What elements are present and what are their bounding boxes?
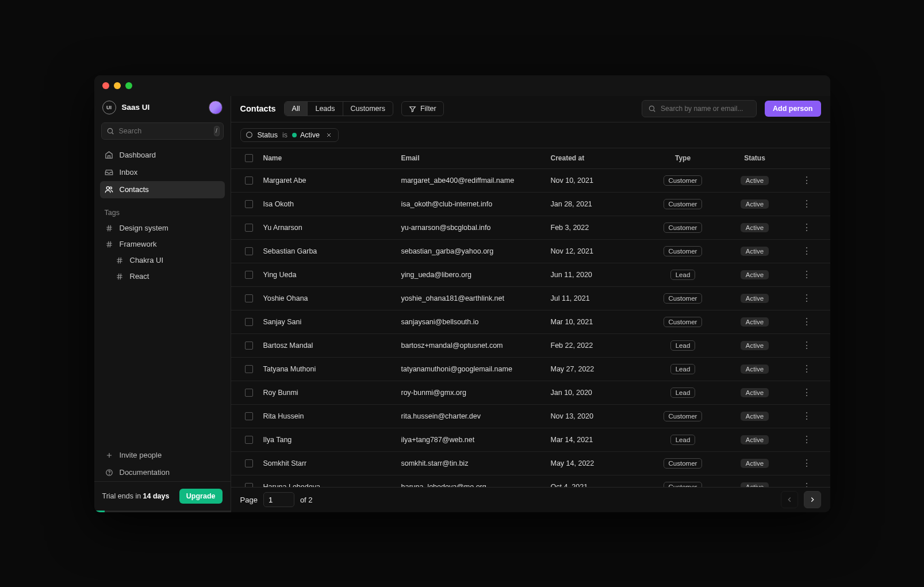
table-row[interactable]: Somkhit Starrsomkhit.starr@tin.bizMay 14… <box>231 452 830 475</box>
table-row[interactable]: Sebastian Garbasebastian_garba@yahoo.org… <box>231 240 830 263</box>
table-row[interactable]: Tatyana Muthonitatyanamuthoni@googlemail… <box>231 358 830 381</box>
upgrade-button[interactable]: Upgrade <box>179 489 223 504</box>
tab-all[interactable]: All <box>285 102 308 116</box>
sidebar-item-inbox[interactable]: Inbox <box>100 164 225 181</box>
maximize-window-button[interactable] <box>125 82 132 89</box>
column-type[interactable]: Type <box>649 154 718 162</box>
tab-customers[interactable]: Customers <box>343 102 393 116</box>
row-checkbox[interactable] <box>245 200 253 208</box>
tag-framework[interactable]: Framework <box>94 236 231 252</box>
row-actions-button[interactable]: ⋮ <box>792 245 821 256</box>
add-person-button[interactable]: Add person <box>765 101 821 117</box>
row-checkbox[interactable] <box>245 318 253 326</box>
row-checkbox[interactable] <box>245 271 253 279</box>
prev-page-button[interactable] <box>781 491 798 508</box>
row-actions-button[interactable]: ⋮ <box>792 363 821 374</box>
row-checkbox[interactable] <box>245 412 253 420</box>
row-checkbox[interactable] <box>245 224 253 232</box>
row-checkbox[interactable] <box>245 177 253 185</box>
sidebar-item-contacts[interactable]: Contacts <box>100 181 225 198</box>
user-avatar[interactable] <box>209 101 223 114</box>
cell-created: Feb 3, 2022 <box>551 224 649 232</box>
row-actions-button[interactable]: ⋮ <box>792 222 821 233</box>
trial-progress <box>94 511 231 512</box>
tag-design-system[interactable]: Design system <box>94 220 231 236</box>
column-status[interactable]: Status <box>718 154 792 162</box>
table-row[interactable]: Yu Arnarsonyu-arnarson@sbcglobal.infoFeb… <box>231 216 830 240</box>
traffic-lights <box>102 82 132 89</box>
svg-point-1 <box>106 187 109 190</box>
svg-point-0 <box>108 128 112 133</box>
row-actions-button[interactable]: ⋮ <box>792 410 821 421</box>
column-created[interactable]: Created at <box>551 154 649 162</box>
cell-created: Oct 4, 2021 <box>551 483 649 487</box>
filter-field: Status <box>258 131 278 139</box>
row-checkbox[interactable] <box>245 342 253 350</box>
table-row[interactable]: Roy Bunmiroy-bunmi@gmx.orgJan 10, 2020Le… <box>231 381 830 405</box>
table-row[interactable]: Sanjay Sanisanjaysani@bellsouth.ioMar 10… <box>231 310 830 334</box>
row-checkbox[interactable] <box>245 247 253 255</box>
sidebar-search[interactable]: / <box>101 122 224 140</box>
table-row[interactable]: Yoshie Ohanayoshie_ohana181@earthlink.ne… <box>231 287 830 310</box>
table-row[interactable]: Ilya Tangilya+tang787@web.netMar 14, 202… <box>231 428 830 452</box>
row-actions-button[interactable]: ⋮ <box>792 340 821 351</box>
page-input[interactable] <box>263 492 294 507</box>
type-badge: Customer <box>664 293 703 304</box>
row-checkbox[interactable] <box>245 365 253 373</box>
app-window: UI Saas UI / Dashboard <box>94 75 830 512</box>
type-badge: Customer <box>664 175 703 186</box>
contacts-search-input[interactable] <box>661 105 750 113</box>
tag-chakra-ui[interactable]: Chakra UI <box>94 252 231 268</box>
row-checkbox[interactable] <box>245 294 253 302</box>
row-actions-button[interactable]: ⋮ <box>792 269 821 280</box>
column-email[interactable]: Email <box>401 154 551 162</box>
row-actions-button[interactable]: ⋮ <box>792 481 821 487</box>
row-actions-button[interactable]: ⋮ <box>792 175 821 186</box>
type-badge: Customer <box>664 411 703 421</box>
inbox-icon <box>105 168 114 177</box>
contacts-table[interactable]: Name Email Created at Type Status Margar… <box>231 148 830 487</box>
contacts-search[interactable] <box>642 100 757 117</box>
tab-leads[interactable]: Leads <box>308 102 343 116</box>
row-actions-button[interactable]: ⋮ <box>792 316 821 327</box>
minimize-window-button[interactable] <box>114 82 121 89</box>
row-actions-button[interactable]: ⋮ <box>792 387 821 398</box>
row-actions-button[interactable]: ⋮ <box>792 198 821 209</box>
row-actions-button[interactable]: ⋮ <box>792 434 821 445</box>
table-row[interactable]: Ying Uedaying_ueda@libero.orgJun 11, 202… <box>231 263 830 287</box>
tag-label: Chakra UI <box>130 256 164 264</box>
sidebar-search-input[interactable] <box>119 127 209 135</box>
select-all-checkbox[interactable] <box>245 154 253 162</box>
tag-label: Framework <box>120 240 157 248</box>
cell-email: rita.hussein@charter.dev <box>401 412 551 420</box>
tag-react[interactable]: React <box>94 268 231 285</box>
invite-people-button[interactable]: Invite people <box>100 447 225 464</box>
status-badge: Active <box>741 341 769 350</box>
table-row[interactable]: Margaret Abemargaret_abe400@rediffmail.n… <box>231 169 830 193</box>
table-row[interactable]: Rita Husseinrita.hussein@charter.devNov … <box>231 405 830 428</box>
cell-email: roy-bunmi@gmx.org <box>401 389 551 397</box>
row-actions-button[interactable]: ⋮ <box>792 458 821 469</box>
row-checkbox[interactable] <box>245 389 253 397</box>
filter-button[interactable]: Filter <box>401 101 444 116</box>
row-actions-button[interactable]: ⋮ <box>792 293 821 304</box>
brand[interactable]: UI Saas UI <box>102 101 150 114</box>
status-badge: Active <box>741 199 769 209</box>
cell-email: margaret_abe400@rediffmail.name <box>401 177 551 185</box>
column-name[interactable]: Name <box>263 154 401 162</box>
documentation-link[interactable]: Documentation <box>100 464 225 481</box>
table-row[interactable]: Bartosz Mandalbartosz+mandal@optusnet.co… <box>231 334 830 358</box>
page-label: Page <box>240 496 258 504</box>
remove-filter-button[interactable] <box>324 132 333 139</box>
status-badge: Active <box>741 223 769 232</box>
filter-chip-status[interactable]: Status is Active <box>240 128 339 142</box>
sidebar-item-dashboard[interactable]: Dashboard <box>100 147 225 164</box>
row-checkbox[interactable] <box>245 483 253 487</box>
row-checkbox[interactable] <box>245 436 253 444</box>
status-badge: Active <box>741 482 769 487</box>
row-checkbox[interactable] <box>245 459 253 467</box>
close-window-button[interactable] <box>102 82 109 89</box>
table-row[interactable]: Isa Okothisa_okoth@club-internet.infoJan… <box>231 193 830 216</box>
table-row[interactable]: Haruna Lebedevaharuna_lebedeva@me.orgOct… <box>231 475 830 487</box>
next-page-button[interactable] <box>804 491 821 508</box>
